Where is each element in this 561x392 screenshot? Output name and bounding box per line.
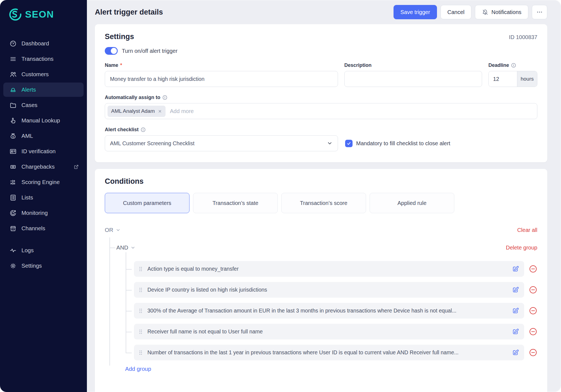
drag-handle-icon[interactable] [139,350,143,356]
aml-icon: $ [9,132,17,140]
mandatory-checkbox-row[interactable]: Mandatory to fill checklist to close ale… [345,140,450,147]
toggle-label: Turn on/off alert trigger [122,48,177,54]
clear-all-link[interactable]: Clear all [517,227,537,233]
chevron-down-icon [116,227,121,233]
add-group-link[interactable]: Add group [105,366,537,372]
info-icon[interactable] [511,63,516,68]
sidebar-item-label: Monitoring [21,210,48,216]
sidebar-item-manual-lookup[interactable]: Manual Lookup [3,113,84,128]
customers-icon [9,71,17,78]
remove-rule-icon[interactable] [529,306,537,315]
name-field[interactable] [105,71,338,87]
conditions-card: Conditions Custom parameters Transaction… [95,169,547,392]
sidebar-item-customers[interactable]: Customers [3,67,84,81]
cases-icon [9,102,17,109]
page-title: Alert trigger details [95,8,163,17]
rule-text: Action type is equal to money_transfer [147,266,507,272]
edit-rule-icon[interactable] [512,286,519,294]
chevron-down-icon [327,140,333,146]
root-operator-dropdown[interactable]: OR [105,227,121,233]
deadline-group: hours [488,71,537,87]
page-header: Alert trigger details Save trigger Cance… [87,0,561,24]
edit-rule-icon[interactable] [512,349,519,356]
remove-rule-icon[interactable] [529,348,537,357]
checklist-select[interactable]: AML Customer Screening Checklist [105,135,338,151]
info-icon[interactable] [162,95,167,100]
sidebar-item-label: Alerts [21,86,36,93]
name-label: Name * [105,62,338,68]
conditions-tree: OR Clear all AND Delete group [105,226,537,372]
assign-label: Automatically assign to [105,95,537,100]
drag-handle-icon[interactable] [139,287,143,293]
tab-custom-parameters[interactable]: Custom parameters [105,193,189,213]
sidebar-item-dashboard[interactable]: Dashboard [3,36,84,51]
mandatory-checkbox[interactable] [345,140,353,147]
tab-transactions-state[interactable]: Transaction’s state [193,193,278,213]
sidebar-item-label: AML [21,133,33,139]
settings-card: Settings ID 1000837 Turn on/off alert tr… [95,24,547,162]
remove-assignee-icon[interactable] [158,109,162,113]
scoring-engine-icon [9,179,17,186]
logs-icon [9,247,17,254]
sidebar-item-chargebacks[interactable]: Chargebacks [3,160,84,174]
cancel-button[interactable]: Cancel [441,5,471,19]
ellipsis-icon [536,9,543,16]
checklist-selected-value: AML Customer Screening Checklist [110,140,194,147]
remove-rule-icon[interactable] [529,286,537,294]
sidebar-item-id-verification[interactable]: ID verification [3,144,84,158]
sidebar-item-label: Cases [21,102,37,108]
edit-rule-icon[interactable] [512,328,519,335]
root-operator-row: OR Clear all [105,226,537,234]
edit-rule-icon[interactable] [512,265,519,273]
gear-icon [9,262,17,270]
sidebar-item-alerts[interactable]: Alerts [3,83,84,97]
sidebar-item-lists[interactable]: Lists [3,190,84,205]
info-icon[interactable] [141,127,146,132]
save-trigger-button[interactable]: Save trigger [394,5,437,19]
sidebar-item-label: Transactions [21,56,54,62]
sidebar-item-settings[interactable]: Settings [3,259,84,273]
page-content: Settings ID 1000837 Turn on/off alert tr… [87,24,561,392]
assignees-input[interactable]: AML Analyst Adam [105,103,537,119]
sidebar-item-monitoring[interactable]: Monitoring [3,206,84,220]
remove-rule-icon[interactable] [529,265,537,273]
sidebar-item-label: Channels [21,225,45,232]
sidebar-item-aml[interactable]: $ AML [3,129,84,143]
drag-handle-icon[interactable] [139,308,143,314]
sidebar-item-channels[interactable]: Channels [3,221,84,235]
assignee-chip: AML Analyst Adam [108,106,166,117]
rule-row: Device IP country is listed on high risk… [134,282,524,298]
more-actions-button[interactable] [532,5,547,19]
sidebar-item-transactions[interactable]: Transactions [3,52,84,66]
sidebar-item-label: Logs [21,247,34,254]
tab-transactions-score[interactable]: Transaction’s score [281,193,366,213]
drag-handle-icon[interactable] [139,266,143,272]
assignee-chip-label: AML Analyst Adam [111,108,155,114]
group-operator-dropdown[interactable]: AND [116,244,136,251]
lists-icon [9,194,17,201]
alert-trigger-toggle[interactable] [105,47,118,55]
sidebar-item-scoring-engine[interactable]: Scoring Engine [3,175,84,189]
chevron-down-icon [130,245,136,250]
sidebar-item-cases[interactable]: Cases [3,98,84,112]
app-window: SEON Dashboard Transactions Customers Al… [0,0,561,392]
tab-applied-rule[interactable]: Applied rule [370,193,454,213]
description-field[interactable] [344,71,482,87]
main-area: Alert trigger details Save trigger Cance… [87,0,561,392]
brand-logo[interactable]: SEON [0,8,87,21]
chargebacks-icon [9,163,17,171]
delete-group-link[interactable]: Delete group [506,245,537,251]
sidebar-item-logs[interactable]: Logs [3,243,84,257]
edit-rule-icon[interactable] [512,307,519,314]
rule-row: 300% of the Average of Transaction amoun… [134,303,524,319]
notifications-button[interactable]: Notifications [475,5,528,19]
conditions-title: Conditions [105,177,537,186]
add-assignee-field[interactable] [170,108,535,114]
deadline-field[interactable] [489,71,517,87]
drag-handle-icon[interactable] [139,329,143,335]
seon-logo-icon [8,8,21,21]
rule-line: Action type is equal to money_transfer [134,261,537,277]
remove-rule-icon[interactable] [529,327,537,336]
rule-text: Receiver full name is not equal to User … [147,328,507,335]
deadline-label: Deadline [488,62,537,68]
